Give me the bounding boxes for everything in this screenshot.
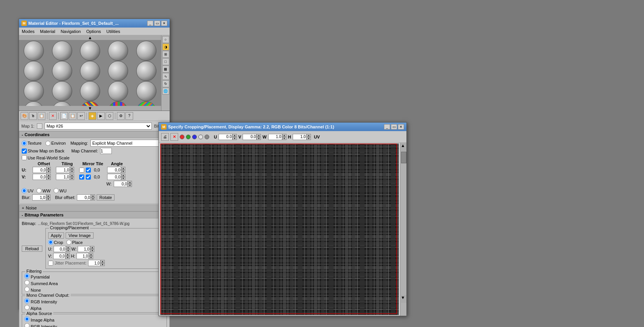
environ-radio[interactable] [45, 141, 50, 146]
toolbar-help-btn[interactable]: ? [125, 112, 133, 120]
crop-u-up[interactable]: ▲ [66, 246, 70, 249]
alpha-radio[interactable] [24, 305, 30, 310]
toolbar-pick2-btn[interactable]: 🖱 [29, 112, 37, 120]
tiling-v-input[interactable] [56, 174, 70, 180]
pyramidal-radio-label[interactable]: Pyramidal [24, 273, 164, 279]
sphere-slot-7[interactable] [48, 61, 76, 81]
sphere-slot-11[interactable] [20, 81, 48, 101]
crop-scrollbar[interactable]: ▲ ▼ [400, 143, 406, 316]
uv-radio[interactable] [22, 188, 27, 193]
scroll-up-btn[interactable]: ▲ [19, 35, 161, 40]
crop-h-input[interactable] [76, 253, 89, 259]
map-dropdown[interactable]: Map #26 [45, 123, 152, 130]
crop-dialog-w-input[interactable] [268, 134, 282, 140]
rgb-intensity-radio-label[interactable]: RGB Intensity [24, 298, 164, 304]
noise-section-header[interactable]: + Noise [19, 204, 170, 211]
scroll-down-arrow[interactable]: ▼ [401, 295, 406, 303]
sphere-slot-4[interactable] [104, 41, 132, 61]
crop-image-area[interactable] [160, 144, 399, 315]
offset-u-down[interactable]: ▼ [47, 170, 51, 173]
crop-u-input[interactable] [54, 246, 66, 252]
sphere-slot-10[interactable] [132, 61, 160, 81]
scroll-down-btn[interactable]: ▼ [19, 106, 161, 111]
sphere-slot-3[interactable] [76, 41, 104, 61]
angle-v-input[interactable] [107, 174, 121, 180]
crop-dialog-u-up[interactable]: ▲ [233, 134, 237, 137]
crop-dialog-h-input[interactable] [293, 134, 307, 140]
side-btn-highlight[interactable]: ◑ [162, 43, 169, 50]
ww-radio-label[interactable]: WW [36, 188, 50, 193]
tile-u-check[interactable] [86, 168, 91, 173]
menu-navigation[interactable]: Navigation [59, 29, 82, 34]
menu-utilities[interactable]: Utilities [105, 29, 121, 34]
side-btn-circle[interactable]: ○ [162, 36, 169, 43]
coordinates-header[interactable]: - Coordinates [19, 131, 170, 138]
offset-v-input[interactable] [33, 174, 47, 180]
crop-dialog-w-down[interactable]: ▼ [282, 137, 286, 140]
sphere-slot-17[interactable] [48, 101, 76, 106]
side-btn-grid[interactable]: ⊞ [162, 51, 169, 58]
crop-w-input[interactable] [78, 246, 90, 252]
offset-u-up[interactable]: ▲ [47, 167, 51, 170]
sphere-slot-8[interactable] [76, 61, 104, 81]
rgb-intensity2-radio[interactable] [24, 323, 30, 327]
sphere-slot-1[interactable] [20, 41, 48, 61]
toolbar-options-btn[interactable]: ⚙ [117, 112, 125, 120]
ww-radio[interactable] [36, 188, 42, 193]
reload-button[interactable]: Reload [22, 246, 42, 252]
sphere-slot-18[interactable] [76, 101, 104, 106]
sphere-slot-2[interactable] [48, 41, 76, 61]
environ-radio-label[interactable]: Environ [45, 141, 66, 146]
crop-dialog-h-down[interactable]: ▼ [307, 137, 311, 140]
crop-dialog-v-up[interactable]: ▲ [257, 134, 261, 137]
sphere-slot-13[interactable] [76, 81, 104, 101]
rgb-intensity-radio[interactable] [24, 298, 30, 303]
place-radio[interactable] [66, 240, 71, 245]
rgb-intensity2-radio-label[interactable]: RGB Intensity [24, 323, 164, 327]
tile-v-check[interactable] [86, 175, 91, 180]
summed-area-radio-label[interactable]: Summed Area [24, 280, 164, 286]
sphere-slot-20[interactable] [132, 101, 160, 106]
crop-radio[interactable] [48, 240, 53, 245]
view-image-button[interactable]: View Image [66, 232, 93, 239]
jitter-check[interactable] [48, 261, 53, 266]
offset-v-up[interactable]: ▲ [47, 174, 51, 177]
toolbar-paste-btn[interactable]: 📋 [69, 112, 76, 120]
angle-v-down[interactable]: ▼ [121, 177, 125, 180]
crop-print-btn[interactable]: 🖨 [161, 133, 169, 141]
restore-button[interactable]: ▭ [154, 21, 160, 26]
blur-down[interactable]: ▼ [46, 197, 50, 201]
tiling-v-up[interactable]: ▲ [70, 174, 74, 177]
crop-minimize-btn[interactable]: _ [384, 124, 390, 130]
crop-dialog-u-input[interactable] [219, 134, 233, 140]
pyramidal-radio[interactable] [24, 273, 30, 279]
crop-w-down[interactable]: ▼ [90, 249, 94, 252]
alpha-radio-label[interactable]: Alpha [24, 305, 164, 311]
crop-v-input[interactable] [53, 253, 66, 259]
wu-radio-label[interactable]: WU [54, 188, 66, 193]
sphere-slot-6[interactable] [20, 61, 48, 81]
side-btn-checker[interactable]: ▦ [162, 66, 169, 73]
offset-v-down[interactable]: ▼ [47, 177, 51, 180]
map-channel-input[interactable] [100, 148, 112, 154]
toolbar-nodes-btn[interactable]: ⬡ [106, 112, 113, 120]
real-world-checkbox-label[interactable]: Use Real-World Scale [22, 155, 69, 160]
angle-w-input[interactable] [114, 181, 128, 187]
crop-u-down[interactable]: ▼ [66, 249, 70, 252]
place-radio-label[interactable]: Place [66, 240, 83, 245]
sphere-slot-9[interactable] [104, 61, 132, 81]
show-map-checkbox[interactable] [22, 149, 27, 154]
summed-area-radio[interactable] [24, 280, 30, 285]
crop-dialog-h-up[interactable]: ▲ [307, 134, 311, 137]
sphere-slot-5[interactable] [132, 41, 160, 61]
menu-modes[interactable]: Modes [21, 29, 36, 34]
blur-offset-input[interactable] [77, 194, 91, 201]
blur-offset-down[interactable]: ▼ [91, 197, 95, 201]
angle-u-up[interactable]: ▲ [121, 167, 125, 170]
angle-v-up[interactable]: ▲ [121, 174, 125, 177]
angle-u-down[interactable]: ▼ [121, 170, 125, 173]
crop-close-btn[interactable]: ✕ [398, 124, 404, 130]
blur-input[interactable] [32, 194, 46, 201]
side-btn-globe[interactable]: 🌐 [162, 88, 169, 95]
texture-radio-label[interactable]: Texture [22, 141, 42, 146]
